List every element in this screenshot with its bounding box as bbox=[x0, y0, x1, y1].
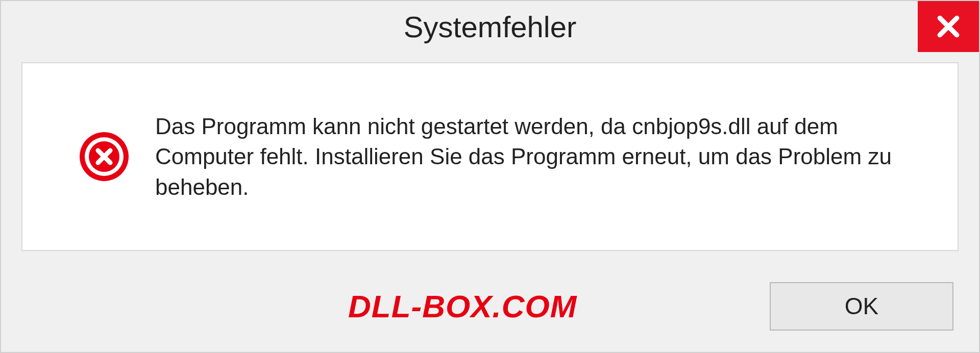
error-dialog: Systemfehler Das Programm kann nicht ges… bbox=[0, 0, 980, 353]
titlebar: Systemfehler bbox=[1, 1, 979, 52]
close-icon bbox=[936, 14, 961, 39]
ok-button[interactable]: OK bbox=[770, 282, 953, 331]
content-panel: Das Programm kann nicht gestartet werden… bbox=[21, 62, 959, 251]
error-message: Das Programm kann nicht gestartet werden… bbox=[155, 111, 917, 202]
error-icon bbox=[79, 131, 130, 182]
footer: DLL-BOX.COM OK bbox=[1, 275, 979, 337]
close-button[interactable] bbox=[918, 1, 979, 52]
dialog-title: Systemfehler bbox=[404, 10, 576, 44]
watermark-text: DLL-BOX.COM bbox=[348, 288, 577, 324]
